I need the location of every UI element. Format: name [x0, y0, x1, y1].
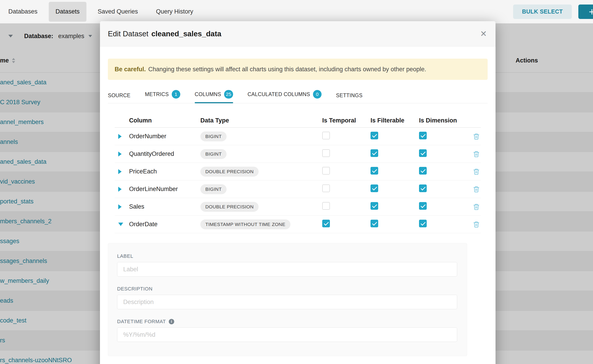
is-filterable-checkbox[interactable] — [370, 202, 378, 210]
modal-body: Be careful. Changing these settings will… — [100, 59, 495, 356]
expand-caret-icon[interactable] — [118, 204, 122, 209]
warning-banner-text: Changing these settings will affect all … — [148, 66, 426, 73]
modal-title-dataset-name: cleaned_sales_data — [152, 30, 221, 38]
nav-item-databases[interactable]: Databases — [8, 0, 44, 23]
description-input[interactable] — [117, 295, 457, 309]
nav-tabs: Databases Datasets Saved Queries Query H… — [8, 0, 200, 23]
header-is-filterable: Is Filterable — [370, 117, 419, 124]
modal-header: Edit Dataset cleaned_sales_data ✕ — [100, 21, 495, 46]
is-filterable-checkbox[interactable] — [370, 167, 378, 175]
column-row: OrderDateTIMESTAMP WITHOUT TIME ZONE — [115, 216, 481, 233]
tab-source[interactable]: SOURCE — [108, 92, 130, 103]
tab-label: SETTINGS — [336, 92, 362, 98]
tab-label: CALCULATED COLUMNS — [248, 91, 310, 98]
count-badge: 25 — [224, 90, 233, 98]
column-row: OrderNumberBIGINT — [115, 128, 481, 145]
delete-column-button[interactable] — [473, 133, 481, 140]
top-nav: Databases Datasets Saved Queries Query H… — [0, 0, 593, 23]
is-temporal-checkbox[interactable] — [322, 220, 330, 227]
is-dimension-checkbox[interactable] — [419, 149, 427, 157]
tab-metrics[interactable]: METRICS 1 — [145, 90, 180, 103]
nav-actions: BULK SELECT + — [513, 5, 593, 19]
is-filterable-checkbox[interactable] — [370, 220, 378, 227]
label-field: LABEL — [117, 253, 457, 277]
header-data-type: Data Type — [200, 117, 322, 124]
column-name: PriceEach — [129, 168, 200, 175]
tab-label: COLUMNS — [195, 91, 221, 98]
delete-column-button[interactable] — [473, 221, 481, 228]
add-dataset-button[interactable]: + — [578, 5, 593, 19]
is-dimension-checkbox[interactable] — [419, 167, 427, 175]
column-name: OrderDate — [129, 221, 200, 228]
columns-table-header: Column Data Type Is Temporal Is Filterab… — [115, 114, 481, 128]
column-name: OrderLineNumber — [129, 186, 200, 193]
description-field-label: DESCRIPTION — [117, 286, 457, 292]
data-type-pill: DOUBLE PRECISION — [200, 167, 259, 177]
header-is-dimension: Is Dimension — [419, 117, 473, 124]
expand-caret-icon[interactable] — [118, 187, 122, 192]
column-name: QuantityOrdered — [129, 150, 200, 157]
is-dimension-checkbox[interactable] — [419, 220, 427, 227]
is-dimension-checkbox[interactable] — [419, 184, 427, 192]
delete-column-button[interactable] — [473, 203, 481, 210]
is-dimension-checkbox[interactable] — [419, 202, 427, 210]
edit-dataset-modal: Edit Dataset cleaned_sales_data ✕ Be car… — [100, 21, 495, 364]
label-input[interactable] — [117, 262, 457, 277]
tab-calculated-columns[interactable]: CALCULATED COLUMNS 0 — [248, 90, 322, 103]
is-dimension-checkbox[interactable] — [419, 132, 427, 139]
bulk-select-button[interactable]: BULK SELECT — [513, 5, 572, 19]
tab-label: SOURCE — [108, 92, 130, 98]
columns-table: Column Data Type Is Temporal Is Filterab… — [115, 114, 481, 233]
datetime-format-input[interactable] — [117, 327, 457, 342]
is-temporal-checkbox[interactable] — [322, 167, 330, 175]
header-column: Column — [129, 117, 200, 124]
description-field: DESCRIPTION — [117, 286, 457, 309]
column-detail-panel: LABEL DESCRIPTION DATETIME FORMAT i — [108, 243, 467, 356]
warning-banner: Be careful. Changing these settings will… — [108, 59, 488, 80]
nav-item-datasets[interactable]: Datasets — [49, 2, 86, 22]
datetime-format-field: DATETIME FORMAT i — [117, 319, 457, 342]
warning-banner-bold: Be careful. — [115, 66, 146, 73]
is-temporal-checkbox[interactable] — [322, 149, 330, 157]
data-type-pill: DOUBLE PRECISION — [200, 202, 259, 212]
delete-column-button[interactable] — [473, 186, 481, 193]
delete-column-button[interactable] — [473, 151, 481, 157]
close-icon[interactable]: ✕ — [480, 30, 487, 38]
column-name: Sales — [129, 203, 200, 210]
column-row: OrderLineNumberBIGINT — [115, 180, 481, 198]
expand-caret-icon[interactable] — [118, 152, 122, 156]
info-icon[interactable]: i — [169, 319, 174, 324]
columns-table-body: OrderNumberBIGINTQuantityOrderedBIGINTPr… — [115, 128, 481, 233]
column-name: OrderNumber — [129, 133, 200, 140]
modal-title: Edit Dataset cleaned_sales_data — [108, 30, 221, 38]
tab-label: METRICS — [145, 91, 169, 98]
data-type-pill: TIMESTAMP WITHOUT TIME ZONE — [200, 220, 290, 229]
expand-caret-icon[interactable] — [118, 169, 122, 174]
delete-column-button[interactable] — [473, 168, 481, 175]
label-field-label: LABEL — [117, 253, 457, 259]
data-type-pill: BIGINT — [200, 184, 227, 194]
modal-title-prefix: Edit Dataset — [108, 30, 148, 38]
header-is-temporal: Is Temporal — [322, 117, 370, 124]
is-filterable-checkbox[interactable] — [370, 149, 378, 157]
is-filterable-checkbox[interactable] — [370, 132, 378, 139]
column-row: SalesDOUBLE PRECISION — [115, 198, 481, 216]
count-badge: 0 — [313, 90, 322, 98]
data-type-pill: BIGINT — [200, 149, 227, 159]
datetime-format-field-label: DATETIME FORMAT i — [117, 319, 457, 325]
count-badge: 1 — [172, 90, 180, 98]
nav-item-saved-queries[interactable]: Saved Queries — [91, 0, 145, 23]
plus-icon: + — [589, 6, 593, 18]
data-type-pill: BIGINT — [200, 131, 227, 141]
tab-settings[interactable]: SETTINGS — [336, 92, 362, 103]
modal-tabs: SOURCE METRICS 1 COLUMNS 25 CALCULATED C… — [108, 90, 488, 103]
expand-caret-icon[interactable] — [118, 134, 122, 139]
is-filterable-checkbox[interactable] — [370, 184, 378, 192]
is-temporal-checkbox[interactable] — [322, 132, 330, 139]
column-row: PriceEachDOUBLE PRECISION — [115, 163, 481, 180]
is-temporal-checkbox[interactable] — [322, 202, 330, 210]
collapse-caret-icon[interactable] — [118, 223, 123, 226]
nav-item-query-history[interactable]: Query History — [149, 0, 200, 23]
is-temporal-checkbox[interactable] — [322, 184, 330, 192]
tab-columns[interactable]: COLUMNS 25 — [195, 90, 233, 103]
